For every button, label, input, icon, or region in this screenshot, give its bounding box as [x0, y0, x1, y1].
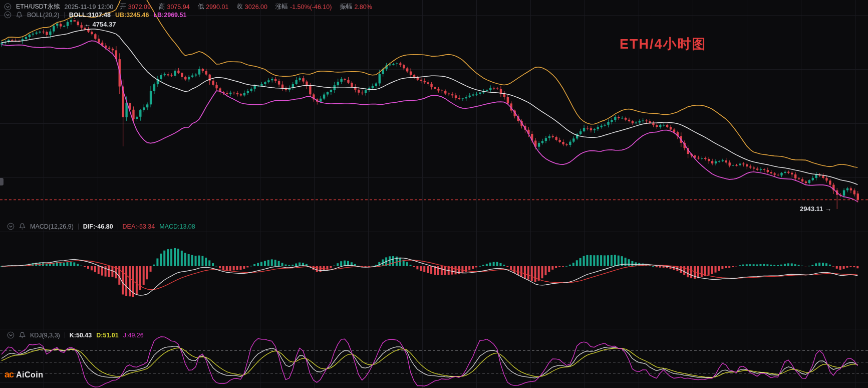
collapse-chevron-icon[interactable]: [4, 3, 12, 11]
trading-chart-window: ETH/USDT永续 2025-11-19 12:00 开3072.09高307…: [0, 0, 868, 388]
macd-hist-value: MACD:13.08: [159, 223, 195, 230]
alert-bell-icon[interactable]: [19, 332, 26, 338]
collapse-chevron-icon[interactable]: [4, 11, 12, 19]
aicoin-logo-icon: ac: [5, 369, 14, 380]
collapse-chevron-icon[interactable]: [7, 331, 15, 339]
boll-mid-value: BOLL:3107.48: [69, 12, 111, 19]
kdj-j-value: J:49.26: [123, 332, 144, 339]
collapse-chevron-icon[interactable]: [7, 223, 15, 230]
kdj-name[interactable]: KDJ(9,3,3): [30, 332, 60, 339]
ohlc-field: 开3072.09: [120, 3, 151, 11]
alert-bell-icon[interactable]: [16, 12, 23, 18]
left-edge-handle[interactable]: [0, 178, 4, 185]
alert-bell-icon[interactable]: [19, 223, 26, 230]
ohlc-fields: 开3072.09高3075.94低2990.01收3026.00涨幅-1.50%…: [118, 3, 372, 11]
aicoin-logo: ac AiCoin: [5, 369, 44, 380]
boll-upper-value: UB:3245.46: [115, 12, 149, 19]
divider: [118, 224, 118, 230]
macd-dif-value: DIF:-46.80: [83, 223, 113, 230]
kline-chart-canvas[interactable]: [0, 0, 868, 388]
aicoin-logo-text: AiCoin: [16, 370, 44, 379]
macd-name[interactable]: MACD(12,26,9): [30, 223, 74, 230]
ohlc-field: 高3075.94: [159, 3, 190, 11]
ohlc-field: 涨幅-1.50%(-46.10): [275, 3, 332, 11]
visible-low-annotation: 2943.11 →: [800, 205, 831, 213]
kdj-d-value: D:51.01: [96, 332, 118, 339]
boll-indicator-row: BOLL(20,2) BOLL:3107.48 UB:3245.46 LB:29…: [4, 11, 186, 19]
divider: [65, 332, 65, 338]
boll-lower-value: LB:2969.51: [153, 12, 186, 19]
symbol-header-row: ETH/USDT永续 2025-11-19 12:00 开3072.09高307…: [4, 3, 372, 11]
ohlc-field: 收3026.00: [236, 3, 267, 11]
ohlc-field: 振幅2.80%: [340, 3, 372, 11]
ohlc-field: 低2990.01: [198, 3, 229, 11]
chart-watermark-title: ETH/4小时图: [620, 35, 707, 53]
candle-datetime: 2025-11-19 12:00: [65, 4, 114, 11]
boll-name[interactable]: BOLL(20,2): [27, 12, 60, 19]
divider: [78, 224, 79, 230]
divider: [64, 12, 65, 18]
kdj-k-value: K:50.43: [70, 332, 92, 339]
visible-high-annotation: ← 4754.37: [84, 21, 116, 28]
macd-dea-value: DEA:-53.34: [123, 223, 155, 230]
macd-indicator-row: MACD(12,26,9) DIF:-46.80 DEA:-53.34 MACD…: [7, 223, 195, 230]
kdj-indicator-row: KDJ(9,3,3) K:50.43 D:51.01 J:49.26: [7, 331, 144, 339]
symbol-label[interactable]: ETH/USDT永续: [16, 3, 60, 11]
